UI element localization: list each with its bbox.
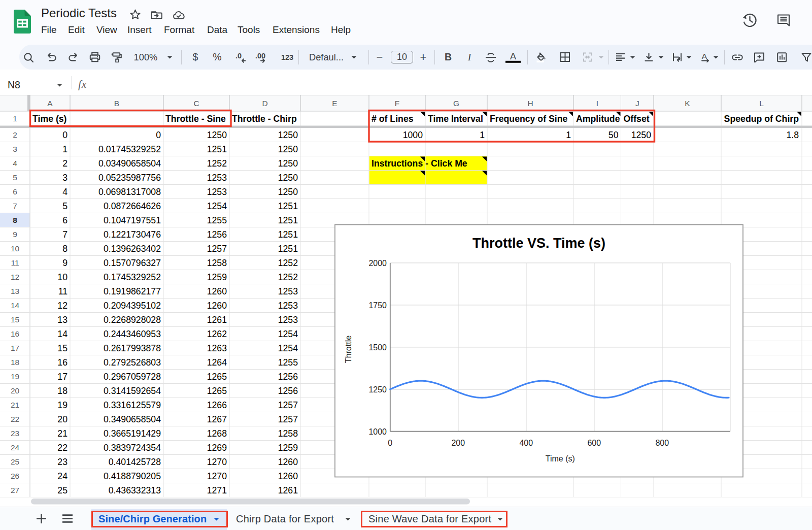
svg-text:15: 15 [57,343,67,353]
svg-text:1251: 1251 [278,215,298,225]
svg-text:0.2617993878: 0.2617993878 [104,343,161,353]
svg-text:1252: 1252 [207,158,227,169]
svg-text:1500: 1500 [368,343,387,352]
svg-text:3: 3 [13,145,17,153]
svg-text:22: 22 [57,443,67,453]
svg-text:1250: 1250 [278,187,298,197]
svg-text:0.06981317008: 0.06981317008 [98,187,161,197]
svg-text:1250: 1250 [368,385,387,394]
svg-text:1256: 1256 [207,229,227,240]
svg-text:1253: 1253 [278,286,298,296]
svg-text:0.3490658504: 0.3490658504 [104,414,161,424]
svg-text:Throttle - Chirp: Throttle - Chirp [232,114,297,124]
svg-text:2: 2 [62,158,67,169]
svg-text:1250: 1250 [207,130,227,140]
svg-text:$: $ [193,52,198,62]
svg-text:1253: 1253 [278,315,298,325]
svg-text:0.03490658504: 0.03490658504 [98,158,161,169]
svg-text:1260: 1260 [207,301,227,311]
svg-text:0.05235987756: 0.05235987756 [98,173,161,183]
svg-text:16: 16 [11,329,19,338]
svg-text:12: 12 [57,301,67,311]
svg-text:A: A [510,52,516,61]
svg-text:200: 200 [451,439,465,447]
svg-text:1265: 1265 [207,386,227,396]
svg-text:# of Lines: # of Lines [371,114,414,124]
svg-text:A: A [701,52,707,60]
svg-text:0.3839724354: 0.3839724354 [104,443,161,453]
svg-text:0.401425728: 0.401425728 [109,457,161,467]
svg-text:1260: 1260 [207,286,227,296]
svg-text:0.1745329252: 0.1745329252 [104,272,161,282]
svg-text:%: % [213,52,221,62]
svg-text:12: 12 [11,273,19,281]
svg-text:17: 17 [11,344,19,352]
svg-text:14: 14 [57,329,67,339]
svg-text:0.1047197551: 0.1047197551 [104,215,161,225]
svg-text:1267: 1267 [207,414,227,424]
svg-text:1256: 1256 [278,386,298,396]
svg-text:20: 20 [11,386,20,395]
svg-text:8: 8 [62,244,67,254]
svg-text:13: 13 [57,315,67,325]
svg-text:1258: 1258 [278,428,298,439]
svg-text:1264: 1264 [207,357,227,368]
svg-text:1254: 1254 [278,329,298,339]
svg-text:23: 23 [11,429,19,438]
svg-text:0.1919862177: 0.1919862177 [104,286,161,296]
svg-text:0.2792526803: 0.2792526803 [104,357,161,368]
svg-text:Time (s): Time (s) [546,454,575,463]
svg-text:Time (s): Time (s) [32,114,67,124]
svg-text:400: 400 [519,439,533,447]
svg-text:16: 16 [57,357,67,368]
svg-text:1256: 1256 [278,372,298,382]
svg-text:0.1570796327: 0.1570796327 [104,258,161,268]
svg-text:1262: 1262 [207,329,227,339]
svg-text:6: 6 [62,215,67,225]
svg-text:0.3316125579: 0.3316125579 [104,400,161,410]
svg-text:1258: 1258 [207,258,227,268]
svg-text:7: 7 [13,202,17,210]
svg-text:K: K [685,99,690,108]
svg-text:0.2094395102: 0.2094395102 [104,301,161,311]
svg-text:0.4188790205: 0.4188790205 [104,471,161,481]
svg-text:14: 14 [11,301,20,310]
svg-text:1257: 1257 [278,414,298,424]
svg-text:0.1396263402: 0.1396263402 [104,244,161,254]
svg-text:20: 20 [57,414,67,424]
svg-text:1263: 1263 [207,343,227,353]
svg-text:25: 25 [11,457,19,466]
svg-text:2: 2 [13,130,17,139]
svg-text:18: 18 [57,386,67,396]
svg-text:600: 600 [587,439,601,447]
svg-text:4: 4 [13,159,17,168]
svg-text:E: E [332,99,337,108]
svg-text:Offset: Offset [624,114,650,124]
svg-text:1261: 1261 [207,315,227,325]
svg-text:5: 5 [62,201,67,211]
svg-text:50: 50 [608,130,619,140]
svg-text:0: 0 [62,130,67,140]
svg-text:Amplitude: Amplitude [576,114,620,124]
svg-text:1252: 1252 [278,272,298,282]
svg-text:1255: 1255 [278,357,298,368]
svg-text:15: 15 [11,315,19,324]
svg-text:13: 13 [11,287,19,295]
svg-text:1250: 1250 [278,144,298,154]
svg-text:7: 7 [62,229,67,240]
svg-text:I: I [596,99,598,108]
svg-text:1257: 1257 [278,400,298,410]
svg-text:.0: .0 [235,52,242,60]
svg-text:Frequency of Sine: Frequency of Sine [490,114,567,124]
svg-text:1: 1 [566,130,571,140]
svg-text:.00: .00 [255,52,265,60]
svg-text:0.2443460953: 0.2443460953 [104,329,161,339]
svg-text:5: 5 [13,173,17,182]
svg-text:1251: 1251 [278,244,298,254]
svg-text:8: 8 [13,216,17,224]
svg-text:B: B [114,99,119,108]
svg-text:1: 1 [480,130,485,140]
svg-text:0.2268928028: 0.2268928028 [104,315,161,325]
svg-text:Throttle VS. Time (s): Throttle VS. Time (s) [472,236,605,251]
svg-text:23: 23 [57,457,67,467]
